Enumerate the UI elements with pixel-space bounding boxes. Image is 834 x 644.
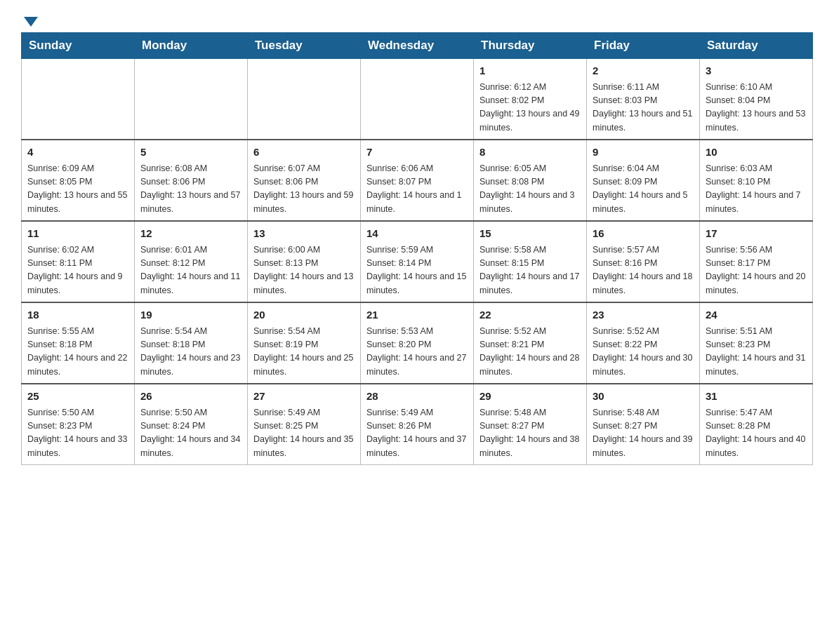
calendar-cell: 27Sunrise: 5:49 AM Sunset: 8:25 PM Dayli… — [248, 384, 361, 465]
day-info: Sunrise: 5:56 AM Sunset: 8:17 PM Dayligh… — [706, 243, 807, 298]
day-number: 27 — [253, 389, 355, 405]
day-info: Sunrise: 6:12 AM Sunset: 8:02 PM Dayligh… — [479, 81, 581, 135]
day-number: 11 — [27, 226, 128, 242]
day-info: Sunrise: 6:04 AM Sunset: 8:09 PM Dayligh… — [593, 162, 694, 217]
calendar-cell: 8Sunrise: 6:05 AM Sunset: 8:08 PM Daylig… — [474, 140, 587, 221]
calendar-cell: 19Sunrise: 5:54 AM Sunset: 8:18 PM Dayli… — [135, 302, 248, 384]
calendar-cell: 9Sunrise: 6:04 AM Sunset: 8:09 PM Daylig… — [587, 140, 700, 221]
calendar-cell: 11Sunrise: 6:02 AM Sunset: 8:11 PM Dayli… — [22, 221, 135, 302]
calendar-cell: 2Sunrise: 6:11 AM Sunset: 8:03 PM Daylig… — [587, 59, 700, 140]
calendar-cell: 30Sunrise: 5:48 AM Sunset: 8:27 PM Dayli… — [587, 384, 700, 465]
day-number: 3 — [706, 63, 807, 79]
calendar-week-row: 4Sunrise: 6:09 AM Sunset: 8:05 PM Daylig… — [22, 140, 813, 221]
calendar-week-row: 1Sunrise: 6:12 AM Sunset: 8:02 PM Daylig… — [22, 59, 813, 140]
calendar-cell: 21Sunrise: 5:53 AM Sunset: 8:20 PM Dayli… — [361, 302, 474, 384]
day-info: Sunrise: 5:57 AM Sunset: 8:16 PM Dayligh… — [593, 243, 694, 298]
calendar-cell: 1Sunrise: 6:12 AM Sunset: 8:02 PM Daylig… — [474, 59, 587, 140]
day-of-week-header: Wednesday — [361, 33, 474, 59]
day-number: 29 — [479, 389, 581, 405]
calendar-cell: 18Sunrise: 5:55 AM Sunset: 8:18 PM Dayli… — [22, 302, 135, 384]
day-info: Sunrise: 5:59 AM Sunset: 8:14 PM Dayligh… — [366, 243, 468, 298]
day-info: Sunrise: 6:06 AM Sunset: 8:07 PM Dayligh… — [366, 162, 468, 217]
day-info: Sunrise: 5:53 AM Sunset: 8:20 PM Dayligh… — [366, 325, 468, 380]
day-info: Sunrise: 5:50 AM Sunset: 8:24 PM Dayligh… — [140, 406, 241, 461]
day-number: 15 — [479, 226, 581, 242]
day-info: Sunrise: 6:02 AM Sunset: 8:11 PM Dayligh… — [27, 243, 128, 298]
day-info: Sunrise: 5:54 AM Sunset: 8:18 PM Dayligh… — [140, 325, 241, 380]
calendar-table: SundayMondayTuesdayWednesdayThursdayFrid… — [21, 32, 813, 465]
calendar-cell: 4Sunrise: 6:09 AM Sunset: 8:05 PM Daylig… — [22, 140, 135, 221]
day-number: 1 — [479, 63, 581, 79]
day-info: Sunrise: 5:54 AM Sunset: 8:19 PM Dayligh… — [253, 325, 355, 380]
calendar-cell: 29Sunrise: 5:48 AM Sunset: 8:27 PM Dayli… — [474, 384, 587, 465]
day-info: Sunrise: 5:58 AM Sunset: 8:15 PM Dayligh… — [479, 243, 581, 298]
day-of-week-header: Sunday — [22, 33, 135, 59]
day-number: 7 — [366, 145, 468, 161]
calendar-cell: 31Sunrise: 5:47 AM Sunset: 8:28 PM Dayli… — [700, 384, 813, 465]
day-info: Sunrise: 5:49 AM Sunset: 8:25 PM Dayligh… — [253, 406, 355, 461]
calendar-cell: 28Sunrise: 5:49 AM Sunset: 8:26 PM Dayli… — [361, 384, 474, 465]
calendar-week-row: 11Sunrise: 6:02 AM Sunset: 8:11 PM Dayli… — [22, 221, 813, 302]
day-info: Sunrise: 5:51 AM Sunset: 8:23 PM Dayligh… — [706, 325, 807, 380]
calendar-cell: 6Sunrise: 6:07 AM Sunset: 8:06 PM Daylig… — [248, 140, 361, 221]
day-number: 18 — [27, 307, 128, 323]
calendar-cell: 26Sunrise: 5:50 AM Sunset: 8:24 PM Dayli… — [135, 384, 248, 465]
day-number: 9 — [593, 145, 694, 161]
day-number: 17 — [706, 226, 807, 242]
calendar-cell: 10Sunrise: 6:03 AM Sunset: 8:10 PM Dayli… — [700, 140, 813, 221]
day-number: 24 — [706, 307, 807, 323]
calendar-cell: 15Sunrise: 5:58 AM Sunset: 8:15 PM Dayli… — [474, 221, 587, 302]
calendar-cell: 5Sunrise: 6:08 AM Sunset: 8:06 PM Daylig… — [135, 140, 248, 221]
calendar-cell — [361, 59, 474, 140]
day-number: 10 — [706, 145, 807, 161]
calendar-cell: 13Sunrise: 6:00 AM Sunset: 8:13 PM Dayli… — [248, 221, 361, 302]
day-number: 2 — [593, 63, 694, 79]
day-number: 23 — [593, 307, 694, 323]
day-info: Sunrise: 6:08 AM Sunset: 8:06 PM Dayligh… — [140, 162, 241, 217]
day-number: 30 — [593, 389, 694, 405]
calendar-cell: 14Sunrise: 5:59 AM Sunset: 8:14 PM Dayli… — [361, 221, 474, 302]
day-info: Sunrise: 5:48 AM Sunset: 8:27 PM Dayligh… — [593, 406, 694, 461]
calendar-cell: 23Sunrise: 5:52 AM Sunset: 8:22 PM Dayli… — [587, 302, 700, 384]
day-number: 20 — [253, 307, 355, 323]
calendar-week-row: 18Sunrise: 5:55 AM Sunset: 8:18 PM Dayli… — [22, 302, 813, 384]
day-of-week-header: Tuesday — [248, 33, 361, 59]
day-info: Sunrise: 6:11 AM Sunset: 8:03 PM Dayligh… — [593, 81, 694, 135]
calendar-cell: 12Sunrise: 6:01 AM Sunset: 8:12 PM Dayli… — [135, 221, 248, 302]
calendar-cell — [135, 59, 248, 140]
day-number: 14 — [366, 226, 468, 242]
calendar-cell: 16Sunrise: 5:57 AM Sunset: 8:16 PM Dayli… — [587, 221, 700, 302]
calendar-week-row: 25Sunrise: 5:50 AM Sunset: 8:23 PM Dayli… — [22, 384, 813, 465]
day-number: 8 — [479, 145, 581, 161]
page-header — [21, 14, 813, 25]
day-info: Sunrise: 6:07 AM Sunset: 8:06 PM Dayligh… — [253, 162, 355, 217]
calendar-cell: 22Sunrise: 5:52 AM Sunset: 8:21 PM Dayli… — [474, 302, 587, 384]
day-number: 31 — [706, 389, 807, 405]
day-info: Sunrise: 5:50 AM Sunset: 8:23 PM Dayligh… — [27, 406, 128, 461]
day-number: 25 — [27, 389, 128, 405]
calendar-cell: 24Sunrise: 5:51 AM Sunset: 8:23 PM Dayli… — [700, 302, 813, 384]
calendar-cell — [248, 59, 361, 140]
logo — [21, 14, 38, 25]
day-info: Sunrise: 6:10 AM Sunset: 8:04 PM Dayligh… — [706, 81, 807, 135]
calendar-cell: 7Sunrise: 6:06 AM Sunset: 8:07 PM Daylig… — [361, 140, 474, 221]
day-number: 28 — [366, 389, 468, 405]
calendar-cell — [22, 59, 135, 140]
day-info: Sunrise: 6:00 AM Sunset: 8:13 PM Dayligh… — [253, 243, 355, 298]
day-info: Sunrise: 6:05 AM Sunset: 8:08 PM Dayligh… — [479, 162, 581, 217]
day-number: 22 — [479, 307, 581, 323]
day-info: Sunrise: 6:01 AM Sunset: 8:12 PM Dayligh… — [140, 243, 241, 298]
calendar-cell: 20Sunrise: 5:54 AM Sunset: 8:19 PM Dayli… — [248, 302, 361, 384]
day-number: 26 — [140, 389, 241, 405]
day-number: 6 — [253, 145, 355, 161]
day-number: 4 — [27, 145, 128, 161]
day-of-week-header: Thursday — [474, 33, 587, 59]
day-info: Sunrise: 5:49 AM Sunset: 8:26 PM Dayligh… — [366, 406, 468, 461]
day-number: 19 — [140, 307, 241, 323]
day-info: Sunrise: 5:52 AM Sunset: 8:22 PM Dayligh… — [593, 325, 694, 380]
day-number: 13 — [253, 226, 355, 242]
day-of-week-header: Monday — [135, 33, 248, 59]
day-info: Sunrise: 6:03 AM Sunset: 8:10 PM Dayligh… — [706, 162, 807, 217]
logo-arrow-icon — [24, 17, 38, 27]
day-number: 16 — [593, 226, 694, 242]
